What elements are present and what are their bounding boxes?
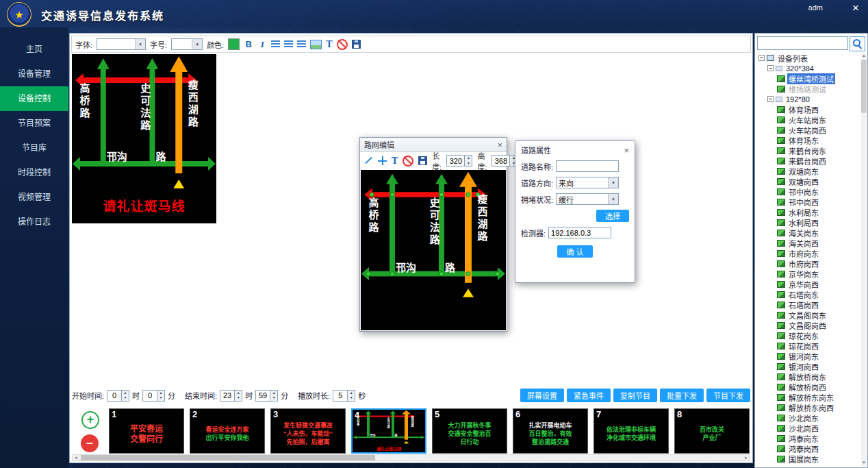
- align-left-icon[interactable]: [271, 40, 280, 48]
- end-minute-input[interactable]: [255, 390, 270, 402]
- tree-item[interactable]: 银河岗西: [757, 361, 860, 371]
- sidebar-item-device-management[interactable]: 设备管理: [0, 62, 68, 86]
- spinner-up-icon[interactable]: ▲: [465, 156, 472, 161]
- tree-item[interactable]: 国展岗西: [757, 464, 860, 466]
- close-window-icon[interactable]: ×: [849, 1, 863, 15]
- align-right-icon[interactable]: [297, 40, 306, 48]
- screen-settings-button[interactable]: 屏幕设置: [520, 389, 564, 402]
- tree-item[interactable]: 体育场西: [757, 104, 860, 114]
- current-user[interactable]: adm: [808, 3, 823, 12]
- congestion-select[interactable]: 缓行▼: [556, 193, 619, 205]
- tree-item[interactable]: 水利局西: [757, 217, 860, 227]
- tree-item[interactable]: 市府岗东: [757, 248, 860, 258]
- spinner-down-icon[interactable]: ▼: [348, 395, 355, 401]
- program-thumb-1[interactable]: 1 平安春运交警同行: [109, 408, 184, 454]
- spinner-down-icon[interactable]: ▼: [270, 395, 277, 401]
- program-thumb-7[interactable]: 7 依法治理非标车辆净化城市交通环境: [593, 408, 669, 454]
- save-icon[interactable]: [352, 40, 361, 49]
- tree-item[interactable]: 鸿泰岗西: [757, 443, 860, 454]
- tree-item[interactable]: 琼花岗东: [757, 330, 860, 341]
- tree-item[interactable]: 解放桥东岗西: [757, 402, 860, 412]
- tree-item[interactable]: 解放桥东岗东: [757, 392, 860, 402]
- tree-item[interactable]: 解放桥岗东: [757, 371, 860, 382]
- tree-item[interactable]: 体育场东: [757, 135, 860, 145]
- spinner-up-icon[interactable]: ▲: [157, 391, 164, 396]
- spinner-up-icon[interactable]: ▲: [122, 391, 129, 396]
- tree-item[interactable]: 京华岗东: [757, 269, 860, 279]
- text-tool-icon[interactable]: T: [326, 39, 332, 50]
- tree-item[interactable]: 沙北岗东: [757, 412, 860, 423]
- font-size-select[interactable]: ▼: [171, 38, 203, 50]
- sidebar-item-device-control[interactable]: 设备控制: [0, 86, 68, 111]
- align-center-icon[interactable]: [284, 40, 293, 48]
- length-input[interactable]: [446, 155, 465, 167]
- search-button[interactable]: [850, 36, 865, 51]
- program-thumb-5[interactable]: 5 大力开展秋冬季交通安全整治百日行动: [432, 408, 507, 454]
- tree-item[interactable]: 螺丝湾桥测试: [757, 73, 860, 84]
- tree-item[interactable]: 解放桥岗西: [757, 382, 860, 392]
- road-direction-select[interactable]: 来向▼: [556, 177, 619, 188]
- tree-expander-icon[interactable]: [767, 96, 774, 102]
- batch-send-button[interactable]: 批量下发: [660, 389, 704, 402]
- add-program-button[interactable]: +: [81, 411, 99, 429]
- horizontal-scrollbar[interactable]: ◄ ►: [72, 454, 750, 461]
- tree-item[interactable]: 火车站岗西: [757, 125, 860, 135]
- tree-item[interactable]: 国展岗东: [757, 454, 860, 464]
- copy-program-button[interactable]: 复制节目: [613, 389, 657, 402]
- bold-button[interactable]: B: [244, 39, 253, 49]
- tree-root[interactable]: 设备列表: [757, 53, 860, 63]
- tree-item[interactable]: 双塘岗东: [757, 166, 860, 176]
- start-minute-spinner[interactable]: ▲▼: [157, 390, 165, 402]
- tree-item[interactable]: 市府岗西: [757, 258, 860, 269]
- spinner-down-icon[interactable]: ▼: [157, 395, 164, 401]
- tree-group-320x384[interactable]: 320*384: [757, 63, 860, 73]
- road-name-input[interactable]: [556, 160, 619, 172]
- tree-item[interactable]: 文昌阁岗东: [757, 310, 860, 320]
- dialog-titlebar[interactable]: 道路属性 ×: [521, 145, 629, 156]
- tree-group-192x80[interactable]: 192*80: [757, 94, 860, 104]
- end-hour-input[interactable]: [220, 390, 235, 402]
- emergency-event-button[interactable]: 紧急事件: [567, 389, 611, 402]
- insert-image-icon[interactable]: [310, 40, 322, 49]
- text-tool-icon[interactable]: T: [392, 156, 398, 167]
- scroll-down-icon[interactable]: ▼: [861, 460, 867, 466]
- delete-prohibit-icon[interactable]: [337, 39, 348, 50]
- tree-item[interactable]: 鸿泰岗东: [757, 433, 860, 443]
- tree-expander-icon[interactable]: [767, 65, 774, 71]
- tree-item[interactable]: 石塔岗东: [757, 289, 860, 299]
- tree-item[interactable]: 京华岗西: [757, 279, 860, 289]
- draw-line-icon[interactable]: [364, 156, 373, 165]
- scroll-up-icon[interactable]: ▲: [861, 53, 867, 59]
- close-icon[interactable]: ×: [497, 140, 502, 149]
- end-minute-spinner[interactable]: ▲▼: [270, 390, 278, 402]
- tree-item[interactable]: 海关岗东: [757, 227, 860, 238]
- color-swatch[interactable]: [228, 38, 240, 50]
- spinner-up-icon[interactable]: ▲: [348, 391, 355, 396]
- tree-item[interactable]: 双塘岗西: [757, 176, 860, 186]
- start-minute-input[interactable]: [142, 390, 157, 402]
- save-icon[interactable]: [418, 156, 427, 165]
- spinner-down-icon[interactable]: ▼: [122, 395, 129, 401]
- program-thumb-6[interactable]: 6 扎实开展电动车百日整治，有效整治道路交通: [513, 408, 588, 454]
- remove-program-button[interactable]: –: [81, 434, 99, 452]
- confirm-button[interactable]: 确 认: [557, 245, 592, 258]
- close-icon[interactable]: ×: [624, 146, 629, 155]
- tree-item[interactable]: 石塔岗西: [757, 299, 860, 310]
- italic-button[interactable]: I: [257, 39, 267, 50]
- tree-item[interactable]: 来鹤台岗西: [757, 156, 860, 166]
- tree-item[interactable]: 邗中岗东: [757, 186, 860, 197]
- height-input[interactable]: [492, 155, 510, 167]
- sidebar-item-video-management[interactable]: 视频管理: [0, 185, 68, 210]
- tree-item[interactable]: 文昌阁岗西: [757, 320, 860, 330]
- delete-prohibit-icon[interactable]: [403, 156, 413, 167]
- tree-item[interactable]: 邗中岗西: [757, 197, 860, 207]
- tree-item[interactable]: 维扬路测试: [757, 84, 860, 94]
- sidebar-item-program-plan[interactable]: 节目预案: [0, 111, 68, 136]
- sidebar-item-schedule-control[interactable]: 时段控制: [0, 160, 68, 185]
- spinner-down-icon[interactable]: ▼: [235, 395, 242, 401]
- tree-item[interactable]: 来鹤台岗东: [757, 145, 860, 156]
- start-hour-input[interactable]: [107, 390, 122, 402]
- font-family-select[interactable]: ▼: [97, 38, 146, 50]
- tree-item[interactable]: 沙北岗西: [757, 423, 860, 433]
- end-hour-spinner[interactable]: ▲▼: [235, 390, 242, 402]
